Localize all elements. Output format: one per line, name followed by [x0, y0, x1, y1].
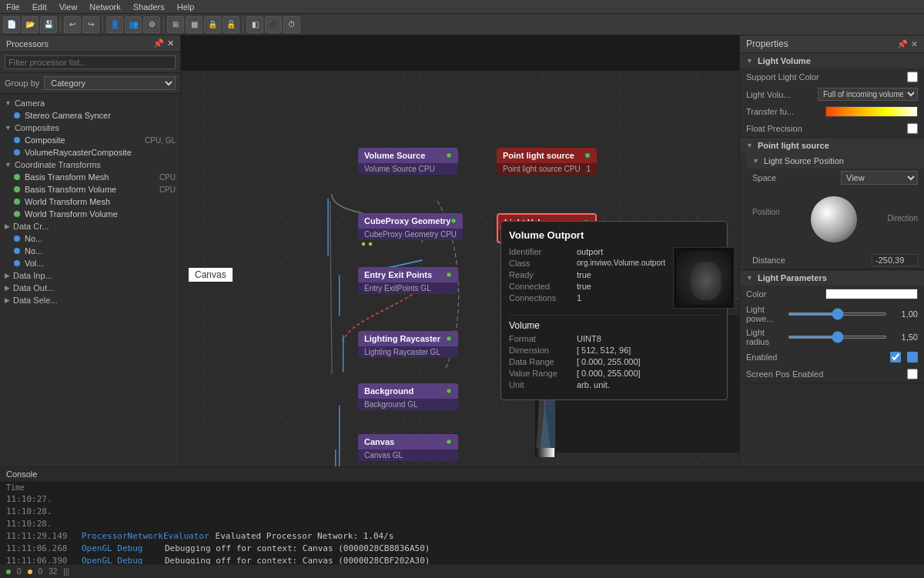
section-light-params-header[interactable]: ▼ Light Parameters — [740, 270, 924, 286]
prop-pin-icon[interactable]: 📌 — [897, 39, 908, 49]
support-light-color-label: Support Light Color — [746, 72, 902, 82]
node-lr-port[interactable] — [446, 336, 452, 342]
toolbar-settings[interactable]: ⚙ — [143, 16, 160, 33]
screen-pos-checkbox[interactable] — [907, 369, 918, 379]
menu-edit[interactable]: Edit — [26, 2, 53, 12]
menu-view[interactable]: View — [53, 2, 84, 12]
toolbar-unlock[interactable]: 🔓 — [223, 16, 239, 33]
transfer-func-bar[interactable] — [825, 106, 918, 117]
section-point-light-header[interactable]: ▼ Point light source — [740, 138, 924, 153]
menu-file[interactable]: File — [0, 2, 26, 12]
light-radius-slider[interactable] — [788, 336, 887, 339]
support-light-color-checkbox[interactable] — [907, 72, 918, 82]
tree-item-composite[interactable]: Composite CPU, GL — [0, 134, 180, 146]
node-cp-port-y2[interactable] — [368, 242, 373, 246]
menu-network[interactable]: Network — [83, 2, 126, 12]
arrow-datasel: ▶ — [5, 296, 10, 304]
node-volume-source[interactable]: Volume Source Volume Source CPU — [358, 148, 458, 175]
float-precision-checkbox[interactable] — [907, 123, 918, 134]
tree-group-coord: ▼ Coordinate Transforms Basis Transform … — [0, 159, 180, 220]
tree-group-datasel: ▶ Data Sele... — [0, 294, 180, 306]
tree-item-wtm[interactable]: World Transform Mesh — [0, 195, 180, 208]
label-wtv: World Transform Volume — [25, 209, 176, 219]
node-bg-port[interactable] — [446, 388, 452, 394]
prop-close-icon[interactable]: ✕ — [911, 39, 918, 49]
tree-group-coord-header[interactable]: ▼ Coordinate Transforms — [0, 159, 180, 171]
section-light-source-pos-header[interactable]: ▼ Light Source Position — [746, 153, 924, 169]
node-cp-port-y[interactable] — [361, 242, 366, 246]
label-dc3: Vol... — [25, 259, 176, 268]
node-cv-port[interactable] — [446, 439, 452, 445]
toolbar-sep2 — [102, 17, 103, 32]
tree-item-dc3[interactable]: Vol... — [0, 257, 180, 269]
node-canvas[interactable]: Canvas Canvas GL — [358, 434, 458, 461]
tree-item-dc1[interactable]: No... — [0, 232, 180, 245]
position-section: Position — [752, 208, 780, 232]
toolbar-clock[interactable]: ⏱ — [283, 16, 300, 33]
node-cube-proxy[interactable]: CubeProxy Geometry CubeProxy Geometry CP… — [358, 213, 463, 248]
section-lsp-label: Light Source Position — [764, 156, 844, 165]
tree-item-vrc[interactable]: VolumeRaycasterComposite — [0, 146, 180, 159]
toolbar-redo[interactable]: ↪ — [82, 16, 99, 33]
enabled-checkbox[interactable] — [890, 352, 901, 363]
toolbar-extra2[interactable]: ⬛ — [265, 16, 282, 33]
popup-valuerange: Value Range [ 0.000, 255.000] — [509, 369, 719, 378]
distance-input[interactable] — [872, 254, 918, 266]
node-vs-port[interactable] — [446, 152, 452, 159]
console-time-5: 11:11:06.268 — [6, 543, 75, 555]
toolbar-undo[interactable]: ↩ — [64, 16, 81, 33]
tree-group-datasel-header[interactable]: ▶ Data Sele... — [0, 294, 180, 306]
node-background[interactable]: Background Background GL — [358, 383, 458, 410]
toolbar-extra1[interactable]: ◧ — [246, 16, 263, 33]
node-pl-port[interactable] — [584, 152, 591, 159]
popup-volume-title: Volume — [509, 320, 719, 331]
screen-pos-label: Screen Pos Enabled — [746, 369, 902, 379]
node-cp-title: CubeProxy Geometry — [364, 216, 450, 226]
toolbar-lock[interactable]: 🔒 — [204, 16, 221, 33]
section-light-volume-header[interactable]: ▼ Light Volume — [740, 53, 924, 68]
groupby-label: Group by — [5, 79, 39, 88]
menu-help[interactable]: Help — [171, 2, 201, 12]
light-volu-select[interactable]: Full of incoming volume — [818, 88, 918, 101]
console-time-6: 11:11:06.390 — [6, 555, 75, 564]
tree-group-datacr-header[interactable]: ▶ Data Cr... — [0, 220, 180, 232]
tree-group-dataout-header[interactable]: ▶ Data Out... — [0, 282, 180, 294]
tree-item-btm[interactable]: Basis Transform Mesh CPU — [0, 171, 180, 183]
color-picker[interactable] — [825, 289, 918, 299]
toolbar-user2[interactable]: 👥 — [125, 16, 142, 33]
popup-row-id: Identifier outport — [509, 247, 665, 256]
toolbar-new[interactable]: 📄 — [3, 16, 20, 33]
tree-group-dataout-label: Data Out... — [13, 283, 54, 292]
tree-group-datainp-header[interactable]: ▶ Data Inp... — [0, 269, 180, 282]
space-select[interactable]: View World — [841, 171, 918, 185]
light-ball[interactable] — [811, 196, 857, 242]
tree-item-btv[interactable]: Basis Transform Volume CPU — [0, 183, 180, 195]
dot-dc1 — [14, 236, 20, 242]
node-lighting-rc[interactable]: Lighting Raycaster Lighting Raycaster GL — [358, 331, 458, 358]
node-entry-exit[interactable]: Entry Exit Points Entry ExitPoints GL — [358, 267, 458, 294]
toolbar-grid[interactable]: ⊞ — [167, 16, 184, 33]
toolbar-user1[interactable]: 👤 — [106, 16, 123, 33]
light-power-slider[interactable] — [788, 312, 887, 316]
toolbar-grid2[interactable]: ▦ — [186, 16, 203, 33]
light-power-label: Light powe... — [746, 305, 783, 323]
prop-screen-pos: Screen Pos Enabled — [740, 366, 924, 383]
node-ee-port[interactable] — [446, 272, 452, 278]
tree-item-dc2[interactable]: No... — [0, 245, 180, 257]
tree-group-composites-header[interactable]: ▼ Composites — [0, 122, 180, 134]
tree-group-datainp-label: Data Inp... — [13, 271, 52, 280]
toolbar-open[interactable]: 📂 — [22, 16, 38, 33]
node-point-light[interactable]: Point light source Point light source CP… — [497, 148, 597, 175]
collapse-light-volume-icon: ▼ — [746, 57, 753, 65]
tree-item-stereo[interactable]: Stereo Camera Syncer — [0, 109, 180, 122]
tree-item-wtv[interactable]: World Transform Volume — [0, 208, 180, 220]
toolbar-save[interactable]: 💾 — [40, 16, 57, 33]
filter-input[interactable] — [5, 55, 176, 69]
panel-close[interactable]: ✕ — [167, 38, 174, 48]
groupby-select[interactable]: Category — [44, 76, 176, 90]
menu-shaders[interactable]: Shaders — [127, 2, 171, 12]
node-cp-port[interactable] — [450, 218, 457, 224]
panel-pin[interactable]: 📌 — [153, 38, 164, 48]
badge-composite: CPU, GL — [145, 136, 176, 145]
tree-group-camera-header[interactable]: ▼ Camera — [0, 97, 180, 109]
